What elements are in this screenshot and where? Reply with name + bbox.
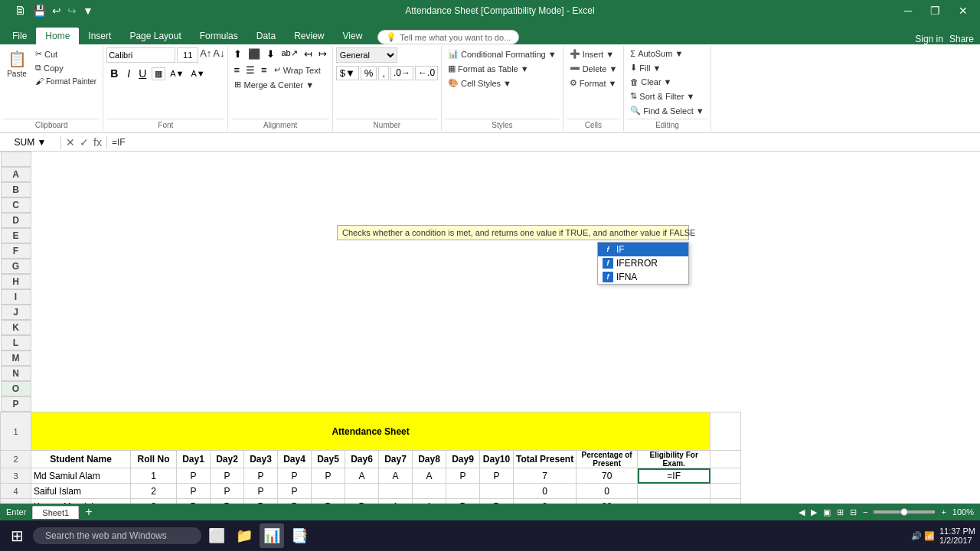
cell-d4[interactable]: P (211, 484, 244, 499)
cell-g4[interactable] (312, 484, 345, 499)
hdr-day3[interactable]: Day3 (244, 451, 278, 468)
hdr-total[interactable]: Total Present (514, 451, 577, 468)
cell-d3[interactable]: P (211, 468, 244, 484)
cell-reference-box[interactable]: SUM ▼ (0, 135, 61, 149)
tell-me-box[interactable]: 💡 Tell me what you want to do... (377, 30, 519, 44)
cell-a3[interactable]: Md Samiul Alam (31, 468, 131, 484)
copy-btn[interactable]: ⧉ Copy (32, 61, 100, 74)
col-header-d[interactable]: D (1, 213, 31, 228)
hdr-day4[interactable]: Day4 (278, 451, 312, 468)
col-header-h[interactable]: H (1, 274, 31, 289)
hdr-day1[interactable]: Day1 (177, 451, 211, 468)
zoom-in-btn[interactable]: + (941, 507, 946, 517)
insert-function-btn[interactable]: fx (92, 136, 103, 148)
indent-increase-btn[interactable]: ↦ (316, 47, 329, 60)
fill-color-btn[interactable]: A▼ (168, 68, 186, 79)
align-center-btn[interactable]: ☰ (243, 64, 257, 77)
col-header-f[interactable]: F (1, 243, 31, 259)
cell-f3[interactable]: P (278, 468, 312, 484)
col-header-i[interactable]: I (1, 289, 31, 305)
col-header-a[interactable]: A (1, 167, 31, 182)
hdr-pct[interactable]: Percentage of Present (577, 451, 638, 468)
cell-j3[interactable]: A (413, 468, 446, 484)
col-header-e[interactable]: E (1, 228, 31, 243)
align-middle-btn[interactable]: ⬛ (246, 47, 263, 60)
tab-file[interactable]: File (3, 28, 36, 44)
restore-btn[interactable]: ❐ (924, 3, 946, 18)
minimize-btn[interactable]: ─ (898, 3, 918, 18)
hdr-day6[interactable]: Day6 (345, 451, 379, 468)
align-right-btn[interactable]: ≡ (259, 64, 270, 77)
customize-quick-btn[interactable]: ▼ (80, 3, 96, 18)
tab-review[interactable]: Review (285, 28, 333, 44)
font-name-input[interactable] (106, 47, 175, 63)
normal-view-btn[interactable]: ▣ (823, 507, 831, 517)
cell-k3[interactable]: P (446, 468, 480, 484)
task-view-btn[interactable]: ⬜ (204, 523, 229, 548)
cell-m4[interactable]: 0 (514, 484, 577, 499)
tab-formulas[interactable]: Formulas (191, 28, 247, 44)
cell-a4[interactable]: Saiful Islam (31, 484, 131, 499)
align-top-btn[interactable]: ⬆ (231, 47, 244, 60)
bold-btn[interactable]: B (106, 66, 122, 81)
autocomplete-dropdown[interactable]: f IF f IFERROR f IFNA (597, 242, 689, 285)
cell-m3[interactable]: 7 (514, 468, 577, 484)
cell-l4[interactable] (480, 484, 514, 499)
save-quick-btn[interactable]: 💾 (31, 3, 48, 18)
formula-input[interactable]: =IF (107, 137, 980, 148)
decimal-decrease-btn[interactable]: ←.0 (415, 66, 438, 80)
fill-btn[interactable]: ⬇ Fill▼ (627, 61, 664, 74)
col-header-c[interactable]: C (1, 197, 31, 213)
cancel-formula-btn[interactable]: ✕ (64, 136, 77, 148)
merge-center-btn[interactable]: ⊞ Merge & Center ▼ (231, 78, 317, 91)
col-header-l[interactable]: L (1, 335, 31, 350)
font-color-btn[interactable]: A▼ (189, 68, 207, 79)
col-header-k[interactable]: K (1, 320, 31, 335)
sign-in-btn[interactable]: Sign in (915, 34, 943, 44)
format-cells-btn[interactable]: ⚙ Format▼ (567, 77, 620, 90)
cell-e3[interactable]: P (244, 468, 278, 484)
hdr-day8[interactable]: Day8 (413, 451, 446, 468)
text-rotation-btn[interactable]: ab↗ (279, 47, 299, 60)
hdr-roll-no[interactable]: Roll No (131, 451, 177, 468)
conditional-formatting-btn[interactable]: 📊 Conditional Formatting▼ (445, 47, 560, 60)
hdr-student-name[interactable]: Student Name (31, 451, 131, 468)
autocomplete-item-iferror[interactable]: f IFERROR (598, 256, 688, 270)
font-decrease-btn[interactable]: A↓ (213, 47, 224, 63)
paste-btn[interactable]: 📋 Paste (3, 47, 31, 80)
cell-l3[interactable]: P (480, 468, 514, 484)
scroll-right-btn[interactable]: ▶ (811, 507, 817, 517)
align-left-btn[interactable]: ≡ (231, 64, 242, 77)
cell-n4[interactable]: 0 (577, 484, 638, 499)
close-btn[interactable]: ✕ (952, 3, 974, 18)
cell-c4[interactable]: P (177, 484, 211, 499)
hdr-day9[interactable]: Day9 (446, 451, 480, 468)
col-header-j[interactable]: J (1, 305, 31, 320)
autocomplete-item-ifna[interactable]: f IFNA (598, 270, 688, 284)
cell-c3[interactable]: P (177, 468, 211, 484)
cell-b4[interactable]: 2 (131, 484, 177, 499)
hdr-day2[interactable]: Day2 (211, 451, 244, 468)
hdr-day7[interactable]: Day7 (379, 451, 413, 468)
autosum-btn[interactable]: Σ AutoSum▼ (627, 47, 686, 60)
cell-p1[interactable] (710, 412, 741, 451)
cell-o3[interactable]: =IF (638, 468, 710, 484)
cell-g3[interactable]: P (312, 468, 345, 484)
cell-b3[interactable]: 1 (131, 468, 177, 484)
zoom-slider[interactable] (874, 510, 935, 514)
title-cell[interactable]: Attendance Sheet (31, 412, 710, 451)
sheet1-tab[interactable]: Sheet1 (32, 506, 79, 519)
col-header-p[interactable]: P (1, 396, 31, 412)
cell-p4[interactable] (710, 484, 741, 499)
undo-quick-btn[interactable]: ↩ (50, 3, 64, 18)
tab-page-layout[interactable]: Page Layout (120, 28, 190, 44)
currency-btn[interactable]: $▼ (336, 66, 359, 80)
align-bottom-btn[interactable]: ⬇ (264, 47, 277, 60)
tab-insert[interactable]: Insert (79, 28, 120, 44)
cell-k4[interactable] (446, 484, 480, 499)
page-layout-view-btn[interactable]: ⊞ (837, 507, 844, 517)
excel-btn[interactable]: 📊 (260, 523, 284, 548)
autocomplete-item-if[interactable]: f IF (598, 243, 688, 256)
col-header-n[interactable]: N (1, 366, 31, 381)
cell-i4[interactable] (379, 484, 413, 499)
